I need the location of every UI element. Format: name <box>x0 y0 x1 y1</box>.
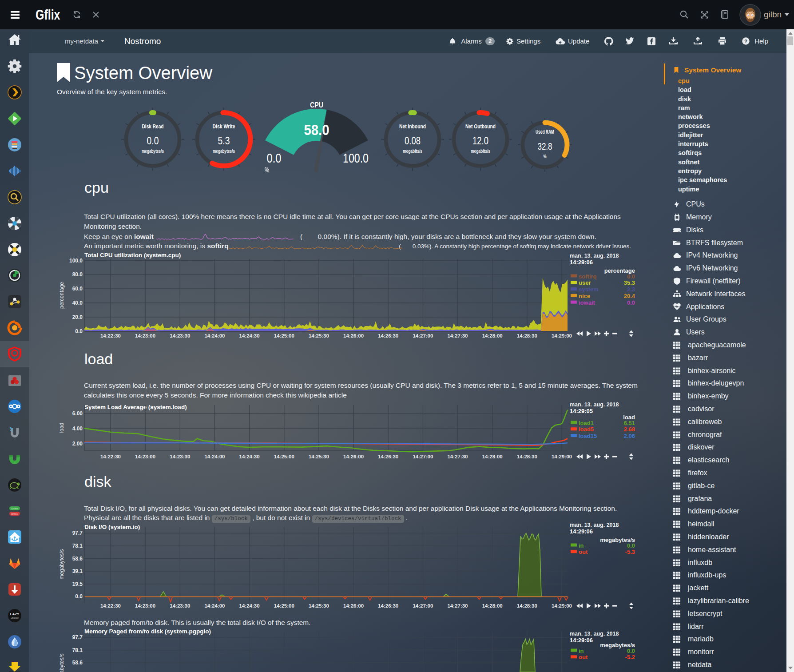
svg-text:Librarian: Librarian <box>11 617 19 619</box>
svg-text:39.1: 39.1 <box>72 568 83 574</box>
svg-text:2.06: 2.06 <box>624 433 635 439</box>
svg-text:0.0: 0.0 <box>627 648 635 654</box>
svg-text:14:28:00: 14:28:00 <box>482 454 503 459</box>
svg-text:14:25:00: 14:25:00 <box>274 454 294 459</box>
svg-text:14:24:00: 14:24:00 <box>204 454 225 459</box>
svg-text:Memory Paged from/to disk (sys: Memory Paged from/to disk (system.pgpgio… <box>84 628 211 635</box>
svg-text:14:25:30: 14:25:30 <box>309 333 329 338</box>
svg-text:35.3: 35.3 <box>624 279 635 286</box>
svg-text:20.0: 20.0 <box>72 314 83 320</box>
svg-text:14:22:30: 14:22:30 <box>100 603 121 608</box>
svg-text:in: in <box>579 648 584 654</box>
svg-text:14:24:00: 14:24:00 <box>204 603 225 608</box>
svg-text:14:28:00: 14:28:00 <box>482 603 503 608</box>
svg-text:0.0: 0.0 <box>75 593 83 600</box>
svg-text:Total CPU utilization (system.: Total CPU utilization (system.cpu) <box>84 252 181 258</box>
svg-text:load5: load5 <box>579 426 594 433</box>
svg-text:14:24:30: 14:24:30 <box>239 454 260 459</box>
svg-text:System Load Average (system.lo: System Load Average (system.load) <box>84 404 187 410</box>
svg-text:-5.3: -5.3 <box>625 549 635 555</box>
svg-text:14:28:30: 14:28:30 <box>517 454 537 459</box>
svg-text:14:28:30: 14:28:30 <box>517 333 537 338</box>
svg-text:14:26:00: 14:26:00 <box>343 333 364 338</box>
svg-text:78.1: 78.1 <box>72 543 83 549</box>
svg-text:0.0: 0.0 <box>75 328 83 334</box>
svg-text:load1: load1 <box>579 420 594 426</box>
svg-text:14:27:00: 14:27:00 <box>413 454 433 459</box>
svg-text:14:29:00: 14:29:00 <box>552 454 572 459</box>
svg-text:58.6: 58.6 <box>72 556 83 562</box>
svg-text:78.1: 78.1 <box>72 647 83 653</box>
svg-text:14:24:30: 14:24:30 <box>239 603 260 608</box>
svg-text:load: load <box>59 423 65 433</box>
svg-text:2.3: 2.3 <box>627 286 635 293</box>
svg-text:20.4: 20.4 <box>624 293 635 299</box>
svg-text:60.0: 60.0 <box>72 286 83 292</box>
svg-text:14:27:30: 14:27:30 <box>447 603 468 608</box>
svg-text:Disk I/O (system.io): Disk I/O (system.io) <box>84 524 140 530</box>
svg-text:14:26:00: 14:26:00 <box>343 454 364 459</box>
svg-text:97.7: 97.7 <box>72 634 83 640</box>
svg-text:14:29:05: 14:29:05 <box>570 408 593 414</box>
svg-text:14:22:30: 14:22:30 <box>100 333 121 338</box>
svg-text:100.0: 100.0 <box>69 258 83 264</box>
svg-text:man. 13. aug. 2018: man. 13. aug. 2018 <box>570 631 619 637</box>
svg-text:14:23:30: 14:23:30 <box>170 454 190 459</box>
svg-text:58.6: 58.6 <box>72 660 83 666</box>
svg-text:Offline: Offline <box>11 513 18 515</box>
svg-text:4.00: 4.00 <box>72 425 83 432</box>
svg-text:14:25:00: 14:25:00 <box>274 333 294 338</box>
svg-text:14:29:06: 14:29:06 <box>570 259 593 266</box>
svg-text:megabytes/s: megabytes/s <box>59 653 65 672</box>
svg-text:14:23:00: 14:23:00 <box>135 333 155 338</box>
svg-text:14:26:30: 14:26:30 <box>378 333 398 338</box>
svg-text:14:27:30: 14:27:30 <box>447 454 468 459</box>
svg-text:percentage: percentage <box>59 282 65 309</box>
svg-text:user: user <box>579 279 591 286</box>
svg-text:14:29:06: 14:29:06 <box>570 637 593 644</box>
svg-text:14:26:30: 14:26:30 <box>378 454 398 459</box>
svg-text:14:26:00: 14:26:00 <box>343 603 364 608</box>
svg-text:0.0: 0.0 <box>627 542 635 549</box>
svg-text:megabytes/s: megabytes/s <box>59 549 65 579</box>
svg-text:14:23:30: 14:23:30 <box>170 333 190 338</box>
svg-text:14:29:06: 14:29:06 <box>570 528 593 535</box>
svg-text:14:23:00: 14:23:00 <box>135 603 155 608</box>
svg-text:14:25:30: 14:25:30 <box>309 454 329 459</box>
svg-text:14:23:30: 14:23:30 <box>170 603 190 608</box>
svg-text:6.51: 6.51 <box>624 420 635 426</box>
svg-text:Online: Online <box>11 507 18 510</box>
svg-text:14:29:00: 14:29:00 <box>552 333 572 338</box>
svg-text:80.0: 80.0 <box>72 271 83 278</box>
svg-text:-5.2: -5.2 <box>625 654 635 660</box>
svg-text:softirq: softirq <box>579 273 597 280</box>
svg-text:0.0: 0.0 <box>627 299 635 306</box>
svg-text:?: ? <box>744 39 747 44</box>
svg-text:out: out <box>579 654 588 660</box>
svg-text:2.68: 2.68 <box>624 426 635 433</box>
svg-text:97.7: 97.7 <box>72 530 83 536</box>
svg-text:in: in <box>579 542 584 549</box>
svg-text:14:28:30: 14:28:30 <box>517 603 537 608</box>
svg-text:0.0: 0.0 <box>627 273 635 280</box>
svg-text:out: out <box>579 549 588 555</box>
svg-text:man. 13. aug. 2018: man. 13. aug. 2018 <box>570 522 619 528</box>
svg-text:load15: load15 <box>579 433 597 439</box>
svg-text:2.00: 2.00 <box>72 441 83 447</box>
svg-text:14:27:00: 14:27:00 <box>413 603 433 608</box>
svg-text:nice: nice <box>579 293 590 299</box>
svg-text:iowait: iowait <box>579 299 596 306</box>
svg-text:14:27:00: 14:27:00 <box>413 333 433 338</box>
svg-text:system: system <box>579 286 599 293</box>
svg-text:14:23:00: 14:23:00 <box>135 454 155 459</box>
svg-text:LAZY: LAZY <box>10 612 20 616</box>
svg-text:14:29:00: 14:29:00 <box>552 603 572 608</box>
svg-text:14:22:30: 14:22:30 <box>100 454 121 459</box>
svg-text:man. 13. aug. 2018: man. 13. aug. 2018 <box>570 253 619 259</box>
svg-text:6.00: 6.00 <box>72 410 83 417</box>
svg-text:14:24:00: 14:24:00 <box>204 333 225 338</box>
svg-text:man. 13. aug. 2018: man. 13. aug. 2018 <box>570 402 619 408</box>
svg-text:19.5: 19.5 <box>72 581 83 587</box>
svg-text:14:27:30: 14:27:30 <box>447 333 468 338</box>
svg-text:14:28:00: 14:28:00 <box>482 333 503 338</box>
